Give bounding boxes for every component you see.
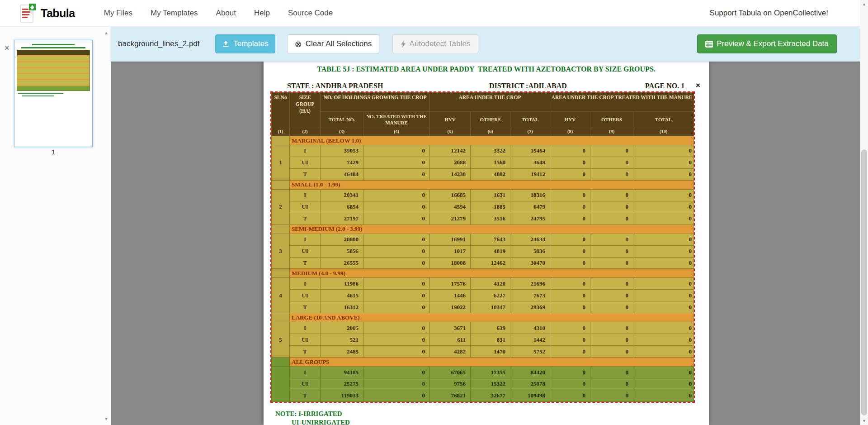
- scroll-up-icon[interactable]: ▲: [860, 2, 868, 6]
- page-thumbnail[interactable]: [14, 40, 93, 147]
- thumbnail-table-preview: [17, 50, 90, 91]
- note-line-2: UI-UNIRRIGATED: [292, 419, 350, 425]
- sidebar: × ▲ 1 ▼: [0, 27, 111, 425]
- main-menu: My Files My Templates About Help Source …: [104, 9, 333, 18]
- autodetect-tables-button[interactable]: Autodetect Tables: [392, 34, 478, 53]
- selection-box[interactable]: [270, 91, 695, 403]
- scrollbar-thumb[interactable]: [861, 149, 867, 415]
- thumbnail-page-number: 1: [14, 148, 93, 156]
- workspace: TABLE 5J : ESTIMATED AREA UNDER PADDY TR…: [111, 62, 860, 425]
- thumb-stripe: [17, 80, 90, 85]
- thumb-stripe: [17, 62, 90, 67]
- document-state: STATE : ANDHRA PRADESH: [287, 82, 383, 90]
- templates-button-label: Templates: [233, 39, 268, 48]
- window-scrollbar[interactable]: ▲ ▼: [860, 0, 868, 425]
- note-line-1: NOTE: I-IRRIGATED: [275, 410, 342, 418]
- table-icon: [705, 41, 713, 48]
- clear-selections-label: Clear All Selections: [306, 39, 372, 48]
- support-link[interactable]: Support Tabula on OpenCollective!: [710, 9, 828, 18]
- clear-icon: ⊗: [295, 40, 302, 48]
- document-district: DISTRICT :ADILABAD: [489, 82, 567, 90]
- thumbnail-close-icon[interactable]: ×: [5, 44, 9, 52]
- thumb-stripe: [17, 74, 90, 79]
- thumb-stripe: [17, 50, 90, 55]
- thumb-note-line: [18, 93, 63, 94]
- templates-button[interactable]: Templates: [215, 34, 275, 53]
- thumb-stripe: [17, 86, 90, 91]
- toolbar: background_lines_2.pdf Templates ⊗ Clear…: [111, 27, 868, 62]
- menu-help[interactable]: Help: [254, 9, 270, 18]
- export-button[interactable]: Preview & Export Extracted Data: [697, 34, 837, 53]
- thumb-note-line: [22, 96, 54, 96]
- menu-my-files[interactable]: My Files: [104, 9, 132, 18]
- sidebar-scroll-up-icon[interactable]: ▲: [104, 30, 108, 35]
- tabula-logo-icon: [20, 3, 36, 23]
- document-page-no: PAGE NO. 1: [645, 82, 684, 90]
- thumb-title-line: [32, 44, 75, 45]
- pdf-page[interactable]: TABLE 5J : ESTIMATED AREA UNDER PADDY TR…: [264, 62, 709, 425]
- thumb-title-line: [21, 47, 85, 48]
- navbar: Tabula My Files My Templates About Help …: [0, 0, 868, 27]
- autodetect-label: Autodetect Tables: [410, 39, 471, 48]
- brand[interactable]: Tabula: [20, 3, 75, 23]
- thumb-stripe: [17, 68, 90, 73]
- bolt-icon: [401, 40, 406, 48]
- selection-close-icon[interactable]: ×: [696, 81, 700, 89]
- brand-text: Tabula: [41, 7, 75, 20]
- clear-selections-button[interactable]: ⊗ Clear All Selections: [287, 34, 379, 53]
- document-meta: STATE : ANDHRA PRADESH DISTRICT :ADILABA…: [264, 82, 709, 91]
- menu-source-code[interactable]: Source Code: [288, 9, 333, 18]
- scroll-down-icon[interactable]: ▼: [860, 419, 868, 423]
- sidebar-scroll-down-icon[interactable]: ▼: [104, 416, 108, 421]
- export-button-label: Preview & Export Extracted Data: [717, 39, 829, 48]
- document-title: TABLE 5J : ESTIMATED AREA UNDER PADDY TR…: [264, 65, 709, 73]
- filename: background_lines_2.pdf: [118, 39, 200, 48]
- tabula-app: Tabula My Files My Templates About Help …: [0, 0, 868, 425]
- upload-icon: [222, 40, 230, 48]
- menu-about[interactable]: About: [216, 9, 236, 18]
- thumb-stripe: [17, 57, 90, 61]
- menu-my-templates[interactable]: My Templates: [151, 9, 198, 18]
